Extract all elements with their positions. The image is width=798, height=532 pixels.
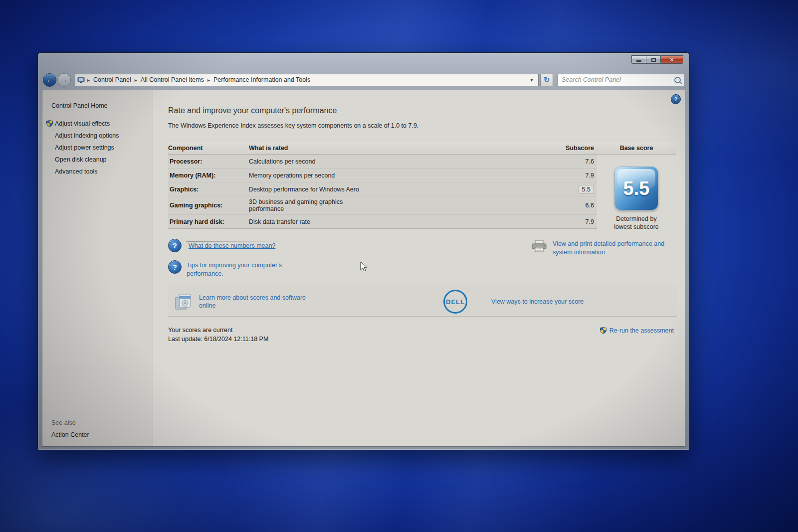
row-subscore: 5.5 [565,185,597,194]
minimize-icon [636,60,641,62]
back-button[interactable]: ← [43,73,56,87]
sidebar-item-label: Adjust indexing options [54,132,119,139]
page-title: Rate and improve your computer's perform… [168,106,677,115]
rerun-assessment-link[interactable]: Re-run the assessment [609,327,674,334]
title-bar[interactable]: × [38,53,689,70]
main-content: ? Rate and improve your computer's perfo… [153,90,685,446]
row-component: Primary hard disk: [168,218,249,225]
search-box [557,74,684,86]
question-glyph: ? [173,242,177,250]
maximize-button[interactable] [646,55,660,64]
software-box-icon [174,293,192,311]
scores-current-text: Your scores are current [168,327,268,334]
row-rated: Desktop performance for Windows Aero [249,186,379,193]
search-input[interactable] [561,76,671,84]
header-component: Component [168,145,249,152]
refresh-icon: ↻ [544,75,550,84]
control-panel-icon [77,77,85,83]
table-row: Memory (RAM): Memory operations per seco… [168,169,597,182]
close-button[interactable]: × [660,55,683,64]
client-area: Control Panel Home Adjust visual effects… [42,90,685,447]
learn-more-box: Learn more about scores and software onl… [168,287,677,317]
row-component: Gaming graphics: [168,202,249,209]
performance-table: Component What is rated Subscore Base sc… [168,142,676,231]
learn-more-link[interactable]: Learn more about scores and software onl… [199,294,316,310]
sidebar-item-label: Adjust visual effects [54,120,110,127]
table-row: Primary hard disk: Disk data transfer ra… [168,215,597,229]
breadcrumb-separator-icon: ▸ [132,77,140,83]
breadcrumb[interactable]: ▸ Control Panel ▸ All Control Panel Item… [75,74,539,86]
shield-icon [44,120,54,127]
header-subscore: Subscore [565,145,597,152]
header-base-score: Base score [620,145,653,152]
refresh-button[interactable]: ↻ [540,74,553,86]
sidebar: Control Panel Home Adjust visual effects… [42,90,153,446]
table-rows: Processor: Calculations per second 7.6 M… [168,155,597,231]
status-section: Your scores are current Last update: 6/1… [168,327,677,345]
row-subscore: 7.9 [565,218,597,225]
base-score-column: 5.5 Determined by lowest subscore [597,155,676,231]
increase-score-link[interactable]: View ways to increase your score [491,298,584,305]
printer-icon [531,240,548,253]
question-icon[interactable]: ? [168,260,182,274]
close-icon: × [670,56,674,63]
row-rated: Memory operations per second [249,172,379,179]
sidebar-item-label: Advanced tools [54,168,97,175]
breadcrumb-item-all-items[interactable]: All Control Panel Items [140,76,205,83]
row-rated: 3D business and gaming graphics performa… [249,198,379,212]
header-what-is-rated: What is rated [249,145,565,152]
back-arrow-icon: ← [46,76,53,84]
sidebar-item-control-panel-home[interactable]: Control Panel Home [42,100,153,117]
search-icon [674,77,681,83]
row-subscore: 7.9 [565,172,597,179]
control-panel-window: × ← → ▸ Control Panel ▸ All Control Pane… [37,52,690,450]
row-rated: Calculations per second [249,158,379,165]
links-section: ? What do these numbers mean? ? Tips for… [168,239,677,283]
question-icon[interactable]: ? [168,239,182,252]
sidebar-item-adjust-power-settings[interactable]: Adjust power settings [42,142,153,154]
row-subscore: 6.6 [565,202,597,209]
forward-button[interactable]: → [57,73,71,87]
sidebar-item-open-disk-cleanup[interactable]: Open disk cleanup [42,154,153,166]
sidebar-item-adjust-visual-effects[interactable]: Adjust visual effects [42,117,153,130]
breadcrumb-separator-icon: ▸ [205,77,212,83]
see-also-section: See also Action Center [42,415,146,438]
row-component: Processor: [168,158,249,165]
breadcrumb-separator-icon: ▸ [85,77,92,83]
sidebar-item-adjust-indexing-options[interactable]: Adjust indexing options [42,130,153,142]
row-component: Memory (RAM): [168,172,249,179]
forward-arrow-icon: → [61,76,68,84]
table-row: Processor: Calculations per second 7.6 [168,155,597,169]
base-score-box: 5.5 [614,167,658,210]
maximize-icon [651,58,656,62]
help-icon: ? [674,96,678,102]
numbers-mean-link[interactable]: What do these numbers mean? [187,241,277,250]
view-print-link[interactable]: View and print detailed performance and … [553,240,675,256]
tips-link[interactable]: Tips for improving your computer's perfo… [187,261,294,278]
table-header: Component What is rated Subscore Base sc… [168,142,676,155]
breadcrumb-item-performance[interactable]: Performance Information and Tools [212,76,311,83]
table-row: Gaming graphics: 3D business and gaming … [168,196,597,215]
view-print-row: View and print detailed performance and … [531,240,675,256]
see-also-heading: See also [51,419,146,426]
last-update-text: Last update: 6/18/2024 12:11:18 PM [168,336,268,343]
base-score-value: 5.5 [623,178,650,199]
dell-logo: DELL [443,290,467,314]
question-glyph: ? [173,263,177,271]
sidebar-item-action-center[interactable]: Action Center [51,431,146,438]
breadcrumb-dropdown-icon[interactable]: ▾ [527,77,536,83]
table-row: Graphics: Desktop performance for Window… [168,182,597,196]
row-subscore: 7.6 [565,158,597,165]
row-component: Graphics: [168,186,249,193]
breadcrumb-item-control-panel[interactable]: Control Panel [92,76,132,83]
sidebar-item-advanced-tools[interactable]: Advanced tools [42,166,153,177]
minimize-button[interactable] [631,55,646,64]
rerun-assessment-row: Re-run the assessment [599,327,674,334]
navigation-bar: ← → ▸ Control Panel ▸ All Control Panel … [38,70,689,90]
row-rated: Disk data transfer rate [249,218,379,225]
dell-brand-text: DELL [446,298,465,306]
help-button[interactable]: ? [671,94,681,104]
base-score-caption: Determined by lowest subscore [609,215,664,231]
page-subtitle: The Windows Experience Index assesses ke… [168,122,677,129]
shield-icon [599,327,607,334]
